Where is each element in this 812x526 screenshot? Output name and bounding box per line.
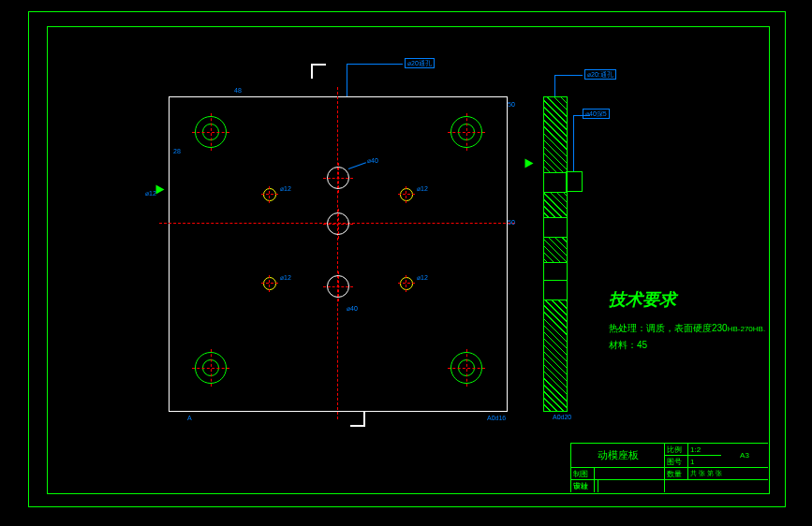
- callout-mid-hole: ⌀40: [367, 157, 378, 165]
- callout-side-detail: ⌀40深5: [583, 109, 610, 119]
- dim-side-thick: A0d20: [553, 414, 571, 420]
- callout-ypt-2: ⌀12: [417, 185, 428, 193]
- leader-top-vert: [347, 64, 347, 96]
- drawing-stage: ⌀20通孔 ⌀20:通孔 ⌀40深5 ⌀40 ⌀12 ⌀12 ⌀12 ⌀12 4…: [47, 26, 768, 492]
- leader-side-detail-v: [573, 115, 574, 171]
- side-view: [543, 96, 568, 412]
- dim-bottom-b: A0d16: [487, 415, 506, 421]
- callout-ypt-1: ⌀12: [280, 185, 291, 193]
- bolt-hole-tr: [450, 116, 482, 148]
- req-line1a: 热处理：调质，表面硬度230: [609, 323, 728, 333]
- dim-bottom-left: ⌀40: [347, 305, 358, 313]
- sheet-label: 图号: [665, 456, 688, 468]
- leader-side-vert: [554, 75, 555, 96]
- corner-mark-bottom: [350, 412, 365, 427]
- small-hole-4: [400, 277, 413, 290]
- tb-r2b: 数量: [665, 468, 688, 480]
- centerline-vertical: [337, 87, 338, 419]
- surface-finish-side: [525, 159, 534, 168]
- callout-ypt-1-label: ⌀12: [280, 185, 291, 192]
- bolt-hole-tl: [195, 116, 227, 148]
- callout-top: ⌀20通孔: [405, 58, 435, 68]
- dim-bottom-a: A: [187, 415, 192, 421]
- bolt-hole-bl: [195, 352, 227, 384]
- paper-size: A3: [721, 444, 768, 468]
- dim-right-v: 50: [508, 101, 515, 108]
- main-hole-mid: [327, 212, 349, 235]
- callout-ypt-2-label: ⌀12: [417, 185, 428, 192]
- tb-r2c: 共 张 第 张: [688, 468, 768, 480]
- dim-left-h: 28: [173, 148, 181, 154]
- callout-ypt-3: ⌀12: [280, 274, 291, 282]
- tb-r4: 审核: [571, 479, 665, 492]
- req-line1: 热处理：调质，表面硬度230HB-270HB.: [609, 320, 768, 337]
- bolt-hole-br: [450, 352, 482, 384]
- scale-label: 比例: [665, 444, 688, 456]
- corner-mark-top: [311, 64, 326, 79]
- surface-finish-left: [156, 185, 165, 195]
- dim-left-mark: ⌀12: [145, 190, 156, 197]
- sheet-value: 1: [688, 456, 721, 468]
- callout-side-top-label: ⌀20:通孔: [584, 69, 616, 80]
- callout-ypt-4: ⌀12: [417, 274, 428, 282]
- callout-ypt-3-label: ⌀12: [280, 274, 291, 281]
- req-title: 技术要求: [609, 288, 768, 311]
- part-name: 动模座板: [571, 444, 665, 468]
- leader-top-horiz: [347, 64, 403, 65]
- small-hole-1: [263, 188, 276, 201]
- req-line1b: HB-270HB.: [728, 325, 765, 333]
- dim-right-mid: 50: [508, 219, 515, 226]
- req-line2: 材料：45: [609, 337, 768, 354]
- callout-side-top: ⌀20:通孔: [584, 69, 616, 80]
- callout-ypt-4-label: ⌀12: [417, 274, 428, 281]
- callout-side-detail-label: ⌀40深5: [583, 109, 610, 119]
- main-hole-top: [327, 167, 349, 189]
- small-hole-2: [400, 188, 413, 201]
- tb-r4a: 审核: [571, 480, 598, 492]
- callout-top-label: ⌀20通孔: [405, 58, 435, 68]
- callout-mid-hole-label: ⌀40: [367, 157, 378, 164]
- dim-top-w: 48: [234, 87, 242, 94]
- scale-value: 1:2: [688, 444, 721, 456]
- small-hole-3: [263, 277, 276, 290]
- main-hole-bottom: [327, 275, 349, 298]
- leader-side-horiz: [554, 75, 583, 76]
- side-detail-box: [566, 171, 583, 192]
- tech-requirements: 技术要求 热处理：调质，表面硬度230HB-270HB. 材料：45: [609, 288, 768, 354]
